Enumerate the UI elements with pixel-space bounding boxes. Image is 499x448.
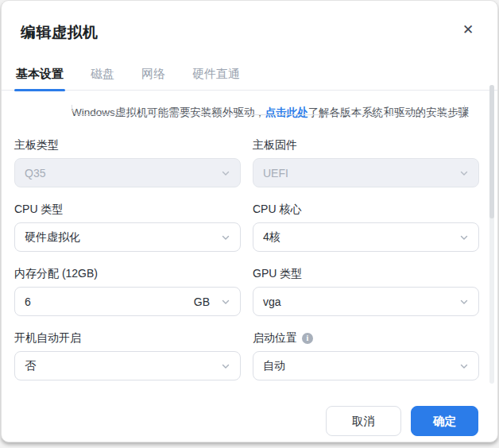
auto-start-label: 开机自动开启 <box>14 330 241 346</box>
cpu-type-label: CPU 类型 <box>14 202 241 217</box>
partially-scrolled-box <box>72 105 465 115</box>
dialog-title: 编辑虚拟机 <box>21 22 478 43</box>
field-cpu-cores: CPU 核心 4核 <box>253 202 479 252</box>
memory-label: 内存分配 (12GB) <box>14 266 241 281</box>
memory-unit[interactable]: GB <box>194 295 210 308</box>
dialog-footer: 取消 确定 <box>2 395 497 436</box>
cancel-button[interactable]: 取消 <box>326 406 401 436</box>
boot-location-label: 启动位置 i <box>253 330 479 346</box>
field-memory: 内存分配 (12GB) GB <box>14 266 241 316</box>
memory-control: GB <box>14 287 241 316</box>
chevron-down-icon <box>459 297 469 307</box>
cpu-type-select[interactable]: 硬件虚拟化 <box>14 222 241 252</box>
chevron-down-icon <box>221 233 230 242</box>
tab-hardware-passthrough[interactable]: 硬件直通 <box>191 62 242 90</box>
chevron-down-icon <box>221 361 230 371</box>
motherboard-firmware-select: UEFI <box>253 158 479 187</box>
edit-vm-dialog: 编辑虚拟机 ✕ 基本设置 磁盘 网络 硬件直通 Windows虚拟机可能需要安装… <box>1 0 498 442</box>
gpu-type-value: vga <box>263 295 459 308</box>
chevron-down-icon <box>459 361 469 371</box>
info-icon[interactable]: i <box>302 333 313 344</box>
scrollbar[interactable] <box>489 85 494 384</box>
motherboard-firmware-value: UEFI <box>263 167 459 180</box>
tab-basic-settings[interactable]: 基本设置 <box>14 62 65 90</box>
scrollbar-thumb[interactable] <box>489 85 494 218</box>
field-motherboard-type: 主板类型 Q35 <box>14 137 241 187</box>
field-auto-start: 开机自动开启 否 <box>14 330 241 380</box>
chevron-down-icon[interactable] <box>221 297 230 307</box>
dialog-header: 编辑虚拟机 ✕ <box>2 1 497 43</box>
memory-input[interactable] <box>25 295 194 308</box>
auto-start-value: 否 <box>25 359 221 373</box>
motherboard-firmware-label: 主板固件 <box>253 137 479 153</box>
auto-start-select[interactable]: 否 <box>14 351 241 380</box>
cpu-type-value: 硬件虚拟化 <box>25 230 221 245</box>
motherboard-type-value: Q35 <box>25 167 221 180</box>
boot-location-label-text: 启动位置 <box>253 330 297 346</box>
field-boot-location: 启动位置 i 自动 <box>253 330 479 380</box>
chevron-down-icon <box>459 233 469 242</box>
tab-bar: 基本设置 磁盘 网络 硬件直通 <box>2 62 497 91</box>
form-scroll-area: Windows虚拟机可能需要安装额外驱动，点击此处了解各版本系统和驱动的安装步骤… <box>2 105 497 395</box>
close-icon[interactable]: ✕ <box>459 21 477 39</box>
motherboard-type-label: 主板类型 <box>14 137 241 153</box>
boot-location-value: 自动 <box>263 359 459 373</box>
gpu-type-select[interactable]: vga <box>253 287 479 316</box>
field-gpu-type: GPU 类型 vga <box>253 266 479 316</box>
field-cpu-type: CPU 类型 硬件虚拟化 <box>14 202 241 252</box>
chevron-down-icon <box>459 168 469 178</box>
motherboard-type-select: Q35 <box>14 158 241 187</box>
confirm-button[interactable]: 确定 <box>411 406 478 436</box>
cpu-cores-label: CPU 核心 <box>253 202 479 217</box>
gpu-type-label: GPU 类型 <box>253 266 479 281</box>
chevron-down-icon <box>221 168 230 178</box>
form-grid: 主板类型 Q35 主板固件 UEFI CPU 类型 <box>14 137 479 395</box>
boot-location-select[interactable]: 自动 <box>253 351 479 380</box>
tab-network[interactable]: 网络 <box>140 62 167 90</box>
tab-disk[interactable]: 磁盘 <box>89 62 116 90</box>
cpu-cores-value: 4核 <box>263 230 459 245</box>
field-motherboard-firmware: 主板固件 UEFI <box>253 137 479 187</box>
cpu-cores-select[interactable]: 4核 <box>253 222 479 252</box>
